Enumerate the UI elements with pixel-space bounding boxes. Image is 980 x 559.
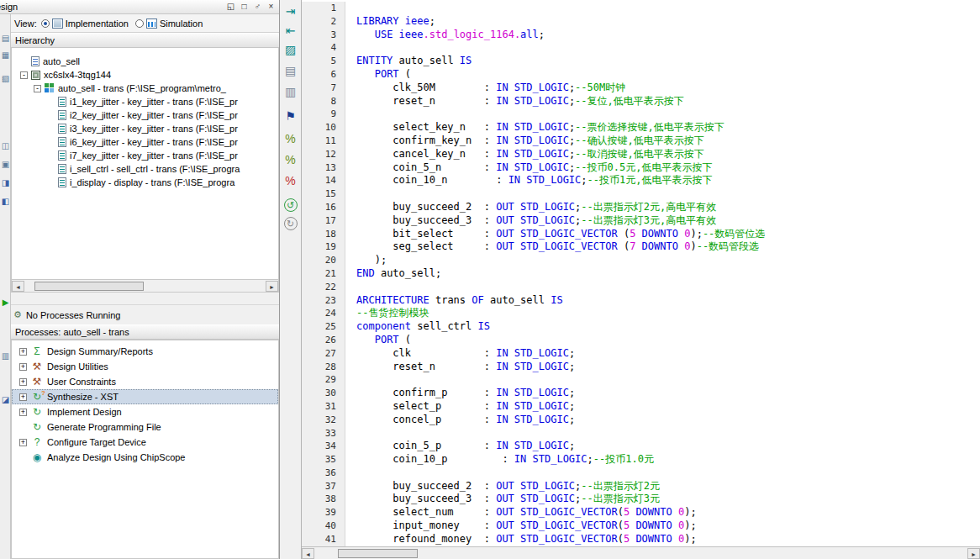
redo-icon[interactable]: ↻ — [284, 217, 298, 230]
run-icon[interactable]: ▶ — [0, 297, 11, 309]
process-item[interactable]: +↻Implement Design — [12, 404, 278, 419]
line-number: 35 — [302, 453, 345, 467]
design-panel-titlebar[interactable]: Design ◱□♂× — [0, 0, 279, 14]
paste-icon[interactable]: ▨ — [282, 41, 300, 58]
line-number: 16 — [302, 201, 345, 214]
properties-icon[interactable]: ◪ — [0, 394, 11, 406]
process-item[interactable]: +?Configure Target Device — [12, 435, 278, 450]
configure-icon: ? — [30, 436, 44, 448]
editor-scroll-thumb[interactable] — [338, 549, 418, 558]
tree-item[interactable]: i6_key_jitter - key_jitter - trans (F:\I… — [12, 135, 278, 149]
tree-item[interactable]: i_display - display - trans (F:\ISE_prog… — [12, 176, 278, 189]
process-item[interactable]: ◉Analyze Design Using ChipScope — [12, 450, 278, 465]
code-text: buy_succeed_3 : OUT STD_LOGIC;--出票指示灯3元 — [345, 493, 660, 506]
code-text: confirm_key_n : IN STD_LOGIC;--确认按键,低电平表… — [345, 134, 704, 148]
process-expander[interactable]: + — [19, 393, 27, 401]
process-item[interactable]: +↻?Synthesize - XST — [12, 389, 278, 404]
sources-icon[interactable]: ▤ — [0, 33, 11, 45]
process-item[interactable]: +ΣDesign Summary/Reports — [12, 344, 278, 359]
code-text: clk_50M : IN STD_LOGIC;--50M时钟 — [345, 82, 625, 95]
line-number: 2 — [302, 15, 345, 29]
uncomment-icon[interactable]: % — [282, 151, 300, 168]
process-expander[interactable]: + — [19, 439, 27, 446]
editor-scroll-track[interactable] — [314, 548, 967, 559]
process-item[interactable]: +⚒User Constraints — [12, 374, 278, 389]
editor-scrollbar[interactable]: ◄ ► — [302, 546, 980, 559]
tile-vertical-icon[interactable]: ▥ — [282, 83, 300, 100]
tile-horizontal-icon[interactable]: ▤ — [282, 62, 300, 79]
undock-button[interactable]: ◱ — [224, 2, 237, 13]
radio-simulation[interactable] — [135, 19, 144, 28]
goto-prev-icon[interactable]: ⇤ — [282, 22, 300, 39]
process-item[interactable]: ↻Generate Programming File — [12, 419, 278, 435]
code-text: USE ieee.std_logic_1164.all; — [345, 29, 545, 42]
scroll-left-arrow-icon[interactable]: ◄ — [12, 281, 24, 292]
panel-title: Design — [0, 2, 18, 12]
code-text: bit_select : OUT STD_LOGIC_VECTOR (5 DOW… — [345, 228, 765, 241]
line-number: 21 — [302, 267, 345, 281]
warnings-icon[interactable]: ◧ — [0, 196, 11, 208]
tree-expander[interactable]: - — [20, 71, 28, 79]
comment-icon[interactable]: % — [282, 130, 300, 147]
code-line: 1 — [302, 2, 980, 15]
pin-button[interactable]: ♂ — [251, 2, 264, 13]
synthesize-icon: ↻? — [30, 391, 44, 403]
tree-item[interactable]: -auto_sell - trans (F:\ISE_program\metro… — [12, 82, 278, 95]
line-number: 36 — [302, 467, 345, 480]
generate-icon: ↻ — [30, 421, 44, 433]
tree-item[interactable]: i1_key_jitter - key_jitter - trans (F:\I… — [12, 95, 278, 108]
scroll-thumb[interactable] — [34, 282, 144, 291]
tree-item[interactable]: i_sell_ctrl - sell_ctrl - trans (F:\ISE_… — [12, 162, 278, 176]
process-expander[interactable]: + — [19, 363, 27, 371]
code-area[interactable]: 12LIBRARY ieee;3 USE ieee.std_logic_1164… — [302, 0, 980, 546]
code-line: 6 PORT ( — [302, 68, 980, 82]
close-button[interactable]: × — [265, 2, 277, 13]
line-number: 27 — [302, 347, 345, 361]
goto-next-icon[interactable]: ⇥ — [282, 3, 300, 19]
view-option-implementation[interactable]: Implementation — [41, 18, 129, 29]
process-expander[interactable]: + — [19, 409, 27, 416]
tree-expander[interactable]: - — [34, 85, 41, 92]
code-line: 25component sell_ctrl IS — [302, 320, 980, 334]
editor-scroll-right-arrow-icon[interactable]: ► — [967, 548, 980, 559]
view-option-simulation[interactable]: Simulation — [135, 18, 203, 29]
code-text: select_num : OUT STD_LOGIC_VECTOR(5 DOWN… — [345, 506, 697, 519]
tree-item[interactable]: i7_key_jitter - key_jitter - trans (F:\I… — [12, 149, 278, 162]
process-item[interactable]: +⚒Design Utilities — [12, 359, 278, 374]
code-line: 5ENTITY auto_sell IS — [302, 55, 980, 68]
maximize-button[interactable]: □ — [238, 2, 250, 13]
code-text — [345, 2, 356, 15]
scroll-track[interactable] — [24, 281, 266, 292]
report-icon[interactable]: ▥ — [0, 351, 11, 362]
code-line: 2LIBRARY ieee; — [302, 15, 980, 29]
undo-icon[interactable]: ↺ — [284, 198, 298, 212]
files-icon[interactable]: ▦ — [0, 50, 11, 61]
bookmark-icon[interactable]: ⚑ — [282, 108, 300, 124]
code-line: 36 — [302, 467, 980, 480]
line-number: 10 — [302, 121, 345, 134]
edit-icon[interactable]: ▧ — [0, 73, 11, 85]
process-status-text: No Processes Running — [26, 310, 121, 320]
scroll-right-arrow-icon[interactable]: ► — [266, 281, 278, 292]
line-number: 30 — [302, 387, 345, 400]
tree-item[interactable]: -xc6slx4-3tqg144 — [12, 68, 278, 82]
line-number: 23 — [302, 294, 345, 308]
editor-scroll-left-arrow-icon[interactable]: ◄ — [302, 548, 314, 559]
line-number: 18 — [302, 228, 345, 241]
process-expander[interactable]: + — [19, 378, 27, 386]
hierarchy-tree[interactable]: auto_sell-xc6slx4-3tqg144-auto_sell - tr… — [11, 48, 279, 280]
tree-item[interactable]: i3_key_jitter - key_jitter - trans (F:\I… — [12, 122, 278, 135]
snapshot-icon[interactable]: ◫ — [0, 140, 11, 152]
tree-item[interactable]: i2_key_jitter - key_jitter - trans (F:\I… — [12, 108, 278, 122]
line-number: 29 — [302, 373, 345, 387]
radio-implementation[interactable] — [41, 19, 50, 28]
remove-comment-icon[interactable]: % — [282, 172, 300, 189]
code-line: 9 — [302, 108, 980, 121]
code-text: END auto_sell; — [345, 267, 441, 281]
process-item-label: Generate Programming File — [47, 422, 161, 432]
process-expander[interactable]: + — [19, 348, 27, 356]
console-icon[interactable]: ▣ — [0, 159, 11, 171]
tree-item[interactable]: auto_sell — [12, 55, 278, 68]
hierarchy-scrollbar[interactable]: ◄ ► — [11, 280, 279, 293]
errors-icon[interactable]: ◨ — [0, 177, 11, 189]
